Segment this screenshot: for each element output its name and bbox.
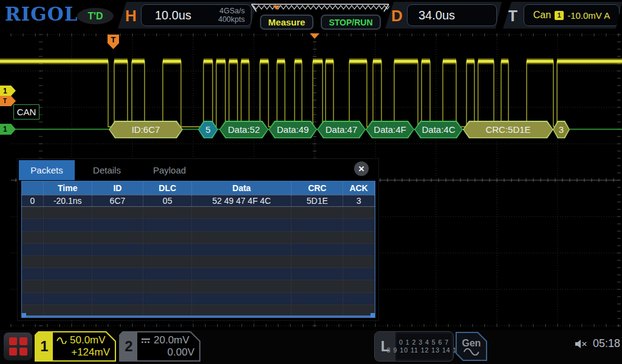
decode-field-crc: CRC:5D1E xyxy=(463,121,553,138)
table-cell xyxy=(22,256,44,268)
table-cell xyxy=(92,219,144,231)
table-cell xyxy=(143,232,192,244)
dc-coupling-icon xyxy=(141,337,151,344)
table-scrollbar[interactable] xyxy=(22,315,375,317)
table-cell xyxy=(143,280,192,292)
logic-channel-numbers: 0 1 2 3 4 5 6 7 8 9 10 11 12 13 14 15 xyxy=(397,334,451,359)
decode-field-ack: 3 xyxy=(553,121,570,138)
table-cell xyxy=(292,219,343,231)
tab-payload[interactable]: Payload xyxy=(139,160,200,180)
table-cell xyxy=(44,219,92,231)
column-header: CRC xyxy=(292,181,343,195)
empty-row xyxy=(22,244,375,256)
decode-field-id: ID:6C7 xyxy=(109,121,183,138)
table-cell xyxy=(92,232,144,244)
table-cell xyxy=(343,232,375,244)
empty-row xyxy=(22,280,375,292)
table-cell xyxy=(192,280,292,292)
packet-row[interactable]: 0-20.1ns6C70552 49 47 4F 4C5D1E3 xyxy=(22,195,375,207)
table-cell xyxy=(343,219,375,231)
channel1-number: 1 xyxy=(36,332,53,360)
table-cell xyxy=(292,280,343,292)
table-cell xyxy=(192,219,292,231)
empty-row xyxy=(22,293,375,305)
decode-field-data: Data:4F xyxy=(366,121,414,138)
table-cell xyxy=(143,219,192,231)
table-cell xyxy=(44,293,92,305)
column-header xyxy=(22,181,44,195)
table-cell xyxy=(22,268,44,280)
menu-grid-button[interactable] xyxy=(4,332,32,360)
decode-field-dlc: 5 xyxy=(198,121,218,138)
column-header: Time xyxy=(44,181,92,195)
table-cell xyxy=(44,280,92,292)
table-cell: -20.1ns xyxy=(44,195,92,206)
table-cell xyxy=(292,293,343,305)
table-cell: 3 xyxy=(343,195,375,206)
table-cell: 05 xyxy=(143,195,192,206)
table-cell xyxy=(192,256,292,268)
table-cell xyxy=(343,207,375,219)
channel1-block[interactable]: 1 50.0mV +124mV xyxy=(35,331,116,362)
generator-block[interactable]: Gen xyxy=(456,332,487,361)
decode-field-data: Data:47 xyxy=(317,121,366,138)
table-cell xyxy=(22,232,44,244)
table-cell: 0 xyxy=(22,195,44,206)
packet-tabbar: PacketsDetailsPayload xyxy=(18,159,378,180)
table-cell xyxy=(192,244,292,256)
table-cell xyxy=(44,256,92,268)
column-header: DLC xyxy=(143,181,192,195)
table-cell xyxy=(92,268,144,280)
table-cell: 5D1E xyxy=(292,195,343,206)
table-header: TimeIDDLCDataCRCACK xyxy=(22,181,375,195)
oscilloscope-screen: RIGOL T'D H 10.0us 4GSa/s400kpts Measure… xyxy=(0,0,622,364)
tab-details[interactable]: Details xyxy=(80,160,134,180)
table-cell xyxy=(343,244,375,256)
table-cell xyxy=(192,293,292,305)
table-cell xyxy=(22,280,44,292)
empty-row xyxy=(22,232,375,244)
empty-row xyxy=(22,256,375,268)
column-header: ID xyxy=(92,181,144,195)
channel2-number: 2 xyxy=(120,332,137,360)
empty-row xyxy=(22,219,375,231)
table-cell xyxy=(22,244,44,256)
table-body: 0-20.1ns6C70552 49 47 4F 4C5D1E3 xyxy=(22,195,375,317)
sine-wave-icon xyxy=(463,348,479,356)
table-cell xyxy=(192,268,292,280)
decode-field-data: Data:49 xyxy=(268,121,317,138)
table-cell xyxy=(143,293,192,305)
channel1-scale: 50.0mV xyxy=(70,334,106,346)
column-header: Data xyxy=(192,181,292,195)
table-cell xyxy=(143,207,192,219)
close-icon[interactable]: ✕ xyxy=(354,161,369,176)
table-cell xyxy=(22,207,44,219)
table-cell xyxy=(22,293,44,305)
table-cell: 6C7 xyxy=(92,195,144,206)
channel2-offset: 0.00V xyxy=(168,346,194,359)
logic-channels-block[interactable]: L 0 1 2 3 4 5 6 7 8 9 10 11 12 13 14 15 xyxy=(374,331,454,362)
table-cell xyxy=(143,244,192,256)
bus-type-label: CAN xyxy=(13,104,39,120)
empty-row xyxy=(22,268,375,280)
table-cell xyxy=(292,244,343,256)
speaker-muted-icon[interactable] xyxy=(575,339,589,349)
tab-packets[interactable]: Packets xyxy=(19,160,75,180)
table-cell xyxy=(343,293,375,305)
table-cell xyxy=(92,280,144,292)
decode-event-table-window: PacketsDetailsPayload ✕ TimeIDDLCDataCRC… xyxy=(17,158,379,321)
table-cell: 52 49 47 4F 4C xyxy=(192,195,292,206)
channel2-block[interactable]: 2 20.0mV 0.00V xyxy=(119,331,200,362)
table-cell xyxy=(44,268,92,280)
channel1-offset: +124mV xyxy=(71,346,110,359)
channel2-scale: 20.0mV xyxy=(154,334,190,346)
table-cell xyxy=(92,256,144,268)
ac-coupling-icon xyxy=(56,337,67,344)
bottom-status-bar: 1 50.0mV +124mV 2 20.0mV 0.00V L 0 1 2 xyxy=(0,330,622,364)
packet-table[interactable]: TimeIDDLCDataCRCACK 0-20.1ns6C70552 49 4… xyxy=(21,181,375,318)
trigger-center-marker[interactable] xyxy=(310,33,320,39)
column-header: ACK xyxy=(343,181,375,195)
table-cell xyxy=(92,244,144,256)
table-cell xyxy=(292,207,343,219)
table-cell xyxy=(292,256,343,268)
